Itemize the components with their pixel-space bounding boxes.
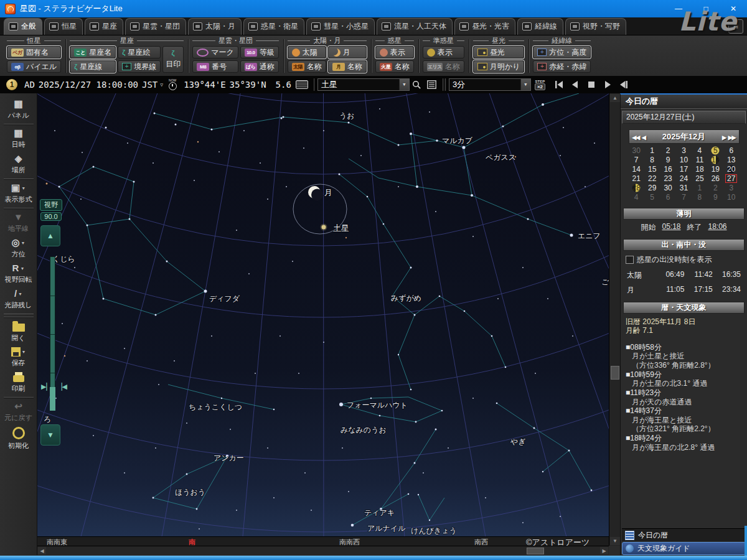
calendar-day-14[interactable]: 14 bbox=[629, 164, 644, 174]
zoom-in-button[interactable]: ▲ bbox=[40, 225, 60, 246]
toolbar-button-星座名[interactable]: こと星座名 bbox=[70, 46, 116, 58]
fov-slider-handle-right[interactable]: ▕◀ bbox=[57, 383, 67, 390]
chevron-down-icon[interactable]: ▼ bbox=[21, 241, 26, 245]
target-search-combo[interactable]: 土星 ▼ bbox=[317, 78, 410, 91]
now-clock-icon[interactable]: NOW bbox=[167, 78, 178, 91]
stop-button[interactable] bbox=[586, 80, 596, 90]
sidebar-item-保存[interactable]: ▼保存 bbox=[1, 345, 36, 370]
calendar-day-7[interactable]: 7 bbox=[676, 192, 692, 202]
calendar-day-8[interactable]: 8 bbox=[692, 192, 707, 202]
toolbar-button-星座線[interactable]: ζ星座線 bbox=[70, 60, 116, 73]
vertical-scroll-thumb[interactable] bbox=[611, 366, 619, 380]
calendar-day-25[interactable]: 25 bbox=[692, 174, 707, 183]
chevron-down-icon[interactable]: ▼ bbox=[20, 266, 24, 271]
scroll-left-icon[interactable]: ◀ bbox=[38, 547, 46, 554]
horizontal-scroll-thumb[interactable] bbox=[527, 548, 544, 554]
calendar-day-21[interactable]: 21 bbox=[629, 174, 644, 183]
calendar-day-4[interactable]: 4 bbox=[629, 192, 644, 202]
scroll-right-icon[interactable]: ▶ bbox=[600, 547, 608, 554]
panel-tab-today-calendar[interactable]: 今日の暦 bbox=[622, 528, 746, 541]
search-icon[interactable] bbox=[411, 78, 423, 91]
chevron-down-icon[interactable]: ▼ bbox=[21, 186, 26, 190]
fov-slider-handle-left[interactable]: ▶▏ bbox=[41, 383, 52, 390]
toolbar-button-月[interactable]: 月 bbox=[328, 46, 367, 58]
toolbar-button-バイエル[interactable]: αβバイエル bbox=[7, 60, 61, 73]
timezone-label[interactable]: JST bbox=[142, 80, 157, 90]
skip-end-button[interactable] bbox=[619, 80, 629, 90]
timezone-dropdown-icon[interactable]: ▽ bbox=[160, 82, 163, 88]
sidebar-item-開く[interactable]: 開く bbox=[1, 319, 36, 345]
toolbar-button-名称[interactable]: 太陽名称 bbox=[288, 60, 326, 73]
calendar-day-6[interactable]: 6 bbox=[723, 146, 739, 155]
sidebar-item-場所[interactable]: ◈場所 bbox=[1, 151, 36, 177]
calendar-day-19[interactable]: 19 bbox=[708, 164, 723, 174]
twilight-start-value[interactable]: 05:18 bbox=[662, 222, 680, 233]
calendar-day-28[interactable]: 28 bbox=[629, 183, 644, 192]
skip-start-button[interactable] bbox=[554, 80, 564, 90]
calendar-day-3[interactable]: 3 bbox=[723, 183, 739, 192]
calendar-day-2[interactable]: 2 bbox=[708, 183, 723, 192]
calendar-day-8[interactable]: 8 bbox=[644, 155, 660, 164]
sidebar-item-初期化[interactable]: 初期化 bbox=[1, 424, 36, 452]
step-multiplier-icon[interactable]: STEP ×2 bbox=[535, 80, 545, 90]
tab-星雲・星団[interactable]: 星雲・星団 bbox=[125, 18, 186, 35]
toolbar-button-星座絵[interactable]: ζ星座絵 bbox=[118, 46, 161, 58]
calendar-day-9[interactable]: 9 bbox=[660, 155, 675, 164]
toolbar-button-昼光[interactable]: 昼光 bbox=[473, 46, 525, 58]
sidebar-item-光跡残し[interactable]: /▼光跡残し bbox=[1, 286, 36, 312]
toolbar-button-月明かり[interactable]: 月明かり bbox=[473, 60, 525, 73]
chevron-down-icon[interactable]: ▼ bbox=[520, 79, 530, 90]
tab-星座[interactable]: 星座 bbox=[85, 18, 123, 35]
calendar-day-2[interactable]: 2 bbox=[660, 146, 675, 155]
tab-昼光・光害[interactable]: 昼光・光害 bbox=[454, 18, 515, 35]
toolbar-button-表示[interactable]: 表示 bbox=[423, 46, 464, 58]
datetime-value[interactable]: 2025/12/27 18:00:00 bbox=[39, 80, 138, 90]
scroll-up-icon[interactable]: ▲ bbox=[610, 94, 620, 102]
chevron-down-icon[interactable]: ▼ bbox=[399, 79, 409, 90]
play-button[interactable] bbox=[603, 80, 613, 90]
calendar-day-31[interactable]: 31 bbox=[676, 183, 692, 192]
scroll-down-icon[interactable]: ▼ bbox=[610, 537, 620, 545]
tab-経緯線[interactable]: 経緯線 bbox=[517, 18, 563, 35]
calendar-day-10[interactable]: 10 bbox=[723, 192, 739, 202]
tab-彗星・小惑星[interactable]: 彗星・小惑星 bbox=[306, 18, 375, 35]
toolbar-button-固有名[interactable]: ベガ固有名 bbox=[7, 46, 61, 58]
step-back-button[interactable] bbox=[570, 80, 580, 90]
chevron-down-icon[interactable]: ▼ bbox=[22, 350, 26, 354]
calendar-day-24[interactable]: 24 bbox=[676, 174, 692, 183]
calendar-day-12[interactable]: 12 bbox=[708, 155, 723, 164]
sidebar-item-視野回転[interactable]: R▼視野回転 bbox=[1, 261, 36, 286]
sidebar-item-表示形式[interactable]: ▣▼表示形式 bbox=[1, 180, 36, 206]
toolbar-button-表示[interactable]: 表示 bbox=[375, 46, 414, 58]
calendar-day-17[interactable]: 17 bbox=[676, 164, 692, 174]
calendar-day-3[interactable]: 3 bbox=[676, 146, 692, 155]
toolbar-button-赤経・赤緯[interactable]: +赤経・赤緯 bbox=[533, 60, 591, 73]
toolbar-button-目印[interactable]: ζ目印 bbox=[162, 46, 184, 73]
tab-恒星[interactable]: 恒星 bbox=[44, 18, 83, 35]
calendar-next-month-button[interactable]: ▶ bbox=[722, 134, 726, 141]
tab-惑星・衛星[interactable]: 惑星・衛星 bbox=[243, 18, 304, 35]
chart-vertical-scrollbar[interactable]: ▲ ▼ bbox=[609, 93, 620, 546]
keyboard-icon[interactable] bbox=[296, 80, 308, 89]
toolbar-button-名称[interactable]: 月名称 bbox=[328, 60, 367, 73]
toolbar-button-名称[interactable]: エリス名称 bbox=[423, 60, 464, 73]
calendar-day-6[interactable]: 6 bbox=[660, 192, 675, 202]
twilight-end-value[interactable]: 18:06 bbox=[708, 222, 727, 233]
sidebar-item-パネル[interactable]: ▦パネル bbox=[1, 96, 36, 122]
toolbar-button-境界線[interactable]: +境界線 bbox=[118, 60, 161, 73]
calendar-day-30[interactable]: 30 bbox=[660, 183, 675, 192]
tab-全般[interactable]: 全般 bbox=[4, 18, 42, 35]
calendar-day-29[interactable]: 29 bbox=[644, 183, 660, 192]
calendar-day-16[interactable]: 16 bbox=[660, 164, 675, 174]
tab-視野・写野[interactable]: 視野・写野 bbox=[565, 18, 626, 35]
object-list-icon[interactable] bbox=[426, 78, 438, 91]
sidebar-item-日時[interactable]: ▦日時 bbox=[1, 126, 36, 151]
calendar-day-30[interactable]: 30 bbox=[629, 146, 644, 155]
calendar-day-23[interactable]: 23 bbox=[660, 174, 675, 183]
calendar-day-5[interactable]: 5 bbox=[644, 192, 660, 202]
tab-太陽・月[interactable]: 太陽・月 bbox=[188, 18, 242, 35]
calendar-day-13[interactable]: 13 bbox=[723, 155, 739, 164]
toolbar-button-方位・高度[interactable]: +方位・高度 bbox=[533, 46, 591, 58]
toolbar-button-名称[interactable]: 火星名称 bbox=[375, 60, 414, 73]
toolbar-button-番号[interactable]: M8番号 bbox=[192, 60, 238, 73]
